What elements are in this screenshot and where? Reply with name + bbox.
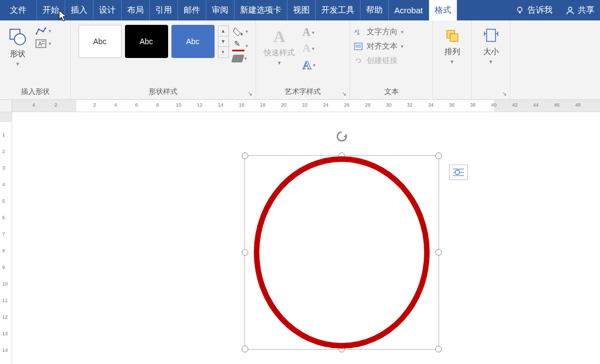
text-effects-button[interactable]: A▾ (302, 58, 316, 72)
A-fill-icon: A (302, 26, 310, 39)
text-box-icon: A (35, 39, 46, 48)
tab-custom[interactable]: 新建选项卡 (234, 0, 288, 20)
tab-acrobat[interactable]: Acrobat (389, 0, 429, 20)
launcher-icon[interactable]: ↘ (342, 91, 346, 97)
layout-options-icon (452, 167, 465, 178)
text-outline-button[interactable]: A▾ (302, 42, 316, 55)
group-label-wordart: 艺术字样式↘ (259, 85, 346, 98)
edit-shape-button[interactable]: ▾ (35, 27, 51, 35)
resize-handle-br[interactable] (435, 346, 442, 352)
group-arrange: 排列 ▼ (433, 20, 472, 99)
svg-point-7 (43, 31, 44, 33)
group-insert-shapes: 形状 ▼ ▾ A ▾ 插入形状 (0, 20, 71, 99)
shapes-button[interactable]: 形状 ▼ (3, 25, 32, 69)
align-text-button[interactable]: 对齐文本▾ (353, 41, 404, 51)
svg-rect-18 (450, 34, 458, 41)
text-direction-icon: A (353, 28, 363, 36)
svg-rect-14 (354, 43, 362, 50)
svg-text:A: A (38, 41, 42, 47)
svg-point-6 (38, 29, 40, 30)
tab-design[interactable]: 设计 (93, 0, 122, 20)
group-shape-styles: Abc Abc Abc ▲ ▼ ▾ ▾ ▾ ▾ (71, 20, 256, 99)
shape-fill-button[interactable]: ▾ (232, 26, 248, 37)
tab-view[interactable]: 视图 (288, 0, 316, 20)
group-label-text: 文本 (353, 85, 429, 98)
tell-me[interactable]: 告诉我 (508, 0, 560, 20)
group-label-insert-shapes: 插入形状 (3, 85, 67, 98)
effects-icon (231, 55, 244, 62)
launcher-icon[interactable]: ↘ (502, 91, 507, 97)
circle-shape[interactable] (254, 156, 430, 349)
arrange-button[interactable]: 排列 ▼ (439, 25, 466, 67)
tab-layout[interactable]: 布局 (122, 0, 150, 20)
svg-point-8 (45, 28, 46, 29)
edit-points-icon (35, 27, 46, 35)
tab-developer[interactable]: 开发工具 (316, 0, 361, 20)
tab-file[interactable]: 文件 (0, 0, 37, 20)
resize-handle-bl[interactable] (242, 346, 248, 352)
gallery-up[interactable]: ▲ (218, 26, 228, 36)
resize-handle-mr[interactable] (435, 249, 442, 256)
link-icon (353, 56, 363, 65)
group-label-shape-styles: 形状样式↘ (74, 85, 252, 98)
align-text-icon (353, 42, 363, 51)
tab-insert[interactable]: 插入 (65, 0, 93, 20)
create-link-button: 创建链接 (353, 56, 404, 66)
ruler-horizontal[interactable]: 4 2 246810121416182022242628303234363840… (0, 100, 600, 112)
text-direction-button[interactable]: A 文字方向▾ (353, 27, 404, 37)
tab-mail[interactable]: 邮件 (178, 0, 206, 20)
rotate-handle[interactable] (335, 130, 348, 146)
tab-help[interactable]: 帮助 (361, 0, 389, 20)
svg-point-5 (36, 33, 38, 35)
mouse-cursor-icon (59, 10, 69, 23)
lightbulb-icon (515, 6, 524, 15)
svg-point-4 (14, 34, 25, 45)
text-fill-button[interactable]: A▾ (302, 26, 316, 39)
menu-bar: 文件 开始 插入 设计 布局 引用 邮件 审阅 新建选项卡 视图 开发工具 帮助… (0, 0, 600, 20)
gallery-down[interactable]: ▼ (218, 36, 228, 47)
fill-icon (232, 26, 244, 37)
size-button[interactable]: 大小 ▼ (478, 25, 504, 67)
outline-icon (232, 40, 244, 51)
arrange-icon (444, 27, 461, 45)
chevron-down-icon: ▼ (15, 61, 20, 67)
ribbon: 形状 ▼ ▾ A ▾ 插入形状 Abc Abc Abc (0, 20, 600, 100)
gallery-more[interactable]: ▾ (218, 47, 228, 57)
svg-rect-1 (519, 12, 521, 13)
svg-point-0 (518, 7, 522, 12)
resize-handle-tr[interactable] (435, 152, 442, 159)
svg-text:A: A (354, 29, 358, 34)
A-effects-icon: A (302, 58, 311, 72)
shapes-icon (8, 27, 28, 47)
svg-point-2 (568, 7, 572, 10)
style-preset-3[interactable]: Abc (171, 25, 215, 58)
text-box-button[interactable]: A ▾ (35, 39, 51, 48)
person-icon (566, 6, 575, 15)
document-canvas[interactable] (12, 112, 600, 364)
ruler-vertical[interactable]: 1234567891011121314 (0, 112, 12, 364)
group-text: A 文字方向▾ 对齐文本▾ 创建链接 文本 (350, 20, 433, 99)
work-area: 1234567891011121314 (0, 112, 600, 364)
wordart-A-icon: A (273, 27, 285, 46)
shape-outline-button[interactable]: ▾ (232, 40, 248, 51)
tab-format[interactable]: 格式 (429, 0, 457, 20)
A-outline-icon: A (302, 42, 310, 55)
style-preset-2[interactable]: Abc (125, 25, 168, 58)
shape-effects-button[interactable]: ▾ (232, 55, 248, 62)
layout-options-button[interactable] (449, 165, 468, 180)
resize-handle-ml[interactable] (242, 249, 248, 256)
gallery-nav: ▲ ▼ ▾ (218, 25, 229, 58)
quick-styles-button: A 快速样式 ▼ (259, 25, 299, 68)
size-icon (482, 27, 500, 45)
group-size: 大小 ▼ ↘ (472, 20, 510, 99)
tab-review[interactable]: 审阅 (206, 0, 234, 20)
style-preset-1[interactable]: Abc (79, 25, 122, 58)
tab-references[interactable]: 引用 (150, 0, 178, 20)
share-button[interactable]: 共享 (560, 0, 600, 20)
resize-handle-tl[interactable] (242, 152, 248, 159)
svg-rect-19 (487, 29, 495, 41)
group-wordart: A 快速样式 ▼ A▾ A▾ A▾ 艺术字样式↘ (256, 20, 350, 99)
launcher-icon[interactable]: ↘ (248, 91, 252, 97)
